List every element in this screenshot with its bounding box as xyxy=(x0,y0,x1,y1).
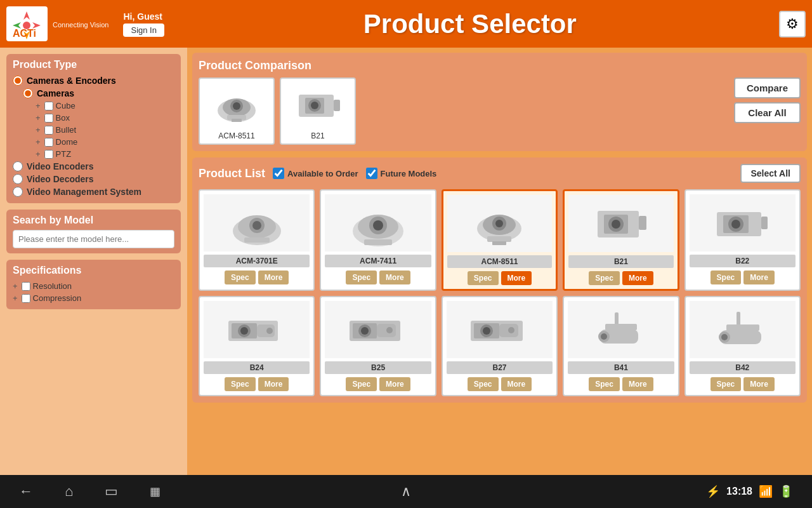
select-all-button[interactable]: Select All xyxy=(740,164,801,183)
comparison-card-b21-name: B21 xyxy=(284,131,351,140)
b27-buttons: Spec More xyxy=(447,377,553,391)
product-card-b25: B25 Spec More xyxy=(320,296,436,396)
svg-point-20 xyxy=(252,221,261,230)
b21-more-button[interactable]: More xyxy=(622,271,653,285)
up-chevron-icon[interactable]: ∧ xyxy=(401,483,411,499)
available-to-order-filter[interactable]: Available to Order xyxy=(273,168,358,179)
expand-bullet-icon: + xyxy=(36,125,41,135)
comparison-title: Product Comparison xyxy=(199,59,801,72)
wifi-icon: 📶 xyxy=(759,485,773,498)
svg-rect-16 xyxy=(334,100,340,111)
video-decoders-radio[interactable] xyxy=(13,174,23,184)
sidebar-item-cameras[interactable]: Cameras xyxy=(23,87,174,100)
compare-button[interactable]: Compare xyxy=(734,77,801,98)
b21-spec-button[interactable]: Spec xyxy=(589,271,620,285)
sidebar-item-video-decoders[interactable]: Video Decoders xyxy=(13,173,174,185)
box-checkbox[interactable] xyxy=(44,114,53,123)
b22-buttons: Spec More xyxy=(690,271,796,284)
recents-icon[interactable]: ▭ xyxy=(105,483,118,500)
settings-button[interactable]: ⚙ xyxy=(779,11,806,37)
resolution-checkbox[interactable] xyxy=(22,282,30,291)
b25-name: B25 xyxy=(325,361,431,374)
product-card-b22: B22 Spec More xyxy=(684,189,801,291)
ptz-checkbox[interactable] xyxy=(44,150,53,159)
b22-img xyxy=(690,194,796,251)
b41-name: B41 xyxy=(568,361,674,374)
specifications-section: Specifications + Resolution + Compressio… xyxy=(6,260,181,309)
sidebar-item-cameras-encoders[interactable]: Cameras & Encoders xyxy=(13,74,174,87)
b42-spec-button[interactable]: Spec xyxy=(710,377,742,391)
resolution-label: Resolution xyxy=(33,281,72,291)
back-arrow-icon[interactable]: ← xyxy=(19,483,33,500)
greeting-text: Hi, Guest xyxy=(123,11,162,22)
future-models-checkbox[interactable] xyxy=(366,168,377,179)
search-title: Search by Model xyxy=(13,215,174,226)
acm7411-svg xyxy=(343,196,413,250)
cameras-encoders-radio[interactable] xyxy=(13,76,23,86)
b22-name: B22 xyxy=(690,255,796,267)
acm7411-more-button[interactable]: More xyxy=(379,271,410,284)
acm3701e-more-button[interactable]: More xyxy=(258,271,289,284)
box-label: Box xyxy=(56,113,70,123)
b22-spec-button[interactable]: Spec xyxy=(710,271,742,284)
b27-spec-button[interactable]: Spec xyxy=(468,377,499,391)
acm3701e-spec-button[interactable]: Spec xyxy=(225,271,256,284)
svg-point-25 xyxy=(373,220,383,231)
acm8511-spec-button[interactable]: Spec xyxy=(468,271,499,285)
cube-checkbox[interactable] xyxy=(44,102,53,110)
svg-point-9 xyxy=(233,102,240,110)
sidebar-item-video-encoders[interactable]: Video Encoders xyxy=(13,160,174,173)
guest-area: Hi, Guest Sign In xyxy=(123,11,164,37)
svg-text:ACTi: ACTi xyxy=(13,28,36,39)
home-icon[interactable]: ⌂ xyxy=(65,483,73,500)
b25-more-button[interactable]: More xyxy=(379,377,410,391)
clear-all-button[interactable]: Clear All xyxy=(734,102,801,123)
comparison-card-acm8511-name: ACM-8511 xyxy=(203,131,270,140)
sidebar-item-cube[interactable]: + Cube xyxy=(36,100,174,112)
sidebar-item-bullet[interactable]: + Bullet xyxy=(36,124,174,136)
compression-label: Compression xyxy=(33,293,82,303)
available-to-order-checkbox[interactable] xyxy=(273,168,284,179)
svg-rect-26 xyxy=(364,239,392,245)
b24-more-button[interactable]: More xyxy=(258,377,289,391)
sidebar-item-resolution[interactable]: + Resolution xyxy=(13,280,174,292)
b24-spec-button[interactable]: Spec xyxy=(225,377,256,391)
sidebar-item-vms[interactable]: Video Management System xyxy=(13,185,174,198)
svg-point-30 xyxy=(495,220,503,227)
product-card-b27: B27 Spec More xyxy=(442,296,558,396)
sidebar-item-box[interactable]: + Box xyxy=(36,112,174,124)
b41-spec-button[interactable]: Spec xyxy=(589,377,620,391)
sidebar-item-compression[interactable]: + Compression xyxy=(13,292,174,304)
b22-more-button[interactable]: More xyxy=(743,271,775,284)
b25-spec-button[interactable]: Spec xyxy=(346,377,377,391)
b27-more-button[interactable]: More xyxy=(501,377,532,391)
acm8511-more-button[interactable]: More xyxy=(501,271,532,285)
search-input[interactable] xyxy=(13,230,174,248)
b24-name: B24 xyxy=(204,361,310,374)
future-models-filter[interactable]: Future Models xyxy=(366,168,437,179)
video-encoders-radio[interactable] xyxy=(13,161,23,171)
bullet-label: Bullet xyxy=(56,125,77,135)
svg-point-52 xyxy=(361,327,369,335)
svg-rect-21 xyxy=(244,237,270,243)
compression-checkbox[interactable] xyxy=(22,294,30,303)
b24-img xyxy=(204,301,310,358)
acm7411-spec-button[interactable]: Spec xyxy=(346,271,377,284)
video-encoders-label: Video Encoders xyxy=(27,161,94,171)
sign-in-button[interactable]: Sign In xyxy=(123,23,164,37)
sidebar-item-dome[interactable]: + Dome xyxy=(36,136,174,148)
vms-radio[interactable] xyxy=(13,187,23,197)
expand-compression-icon: + xyxy=(13,293,18,303)
nav-right-status: ⚡ 13:18 📶 🔋 xyxy=(706,485,793,498)
dome-checkbox[interactable] xyxy=(44,138,53,147)
svg-rect-32 xyxy=(492,241,506,245)
sidebar-item-ptz[interactable]: + PTZ xyxy=(36,148,174,160)
b42-svg xyxy=(707,303,777,357)
b42-more-button[interactable]: More xyxy=(743,377,775,391)
cameras-radio[interactable] xyxy=(23,88,33,98)
svg-point-54 xyxy=(386,327,393,333)
screenshot-icon[interactable]: ▦ xyxy=(150,485,160,498)
bullet-checkbox[interactable] xyxy=(44,126,53,135)
b41-more-button[interactable]: More xyxy=(622,377,653,391)
svg-rect-53 xyxy=(377,324,396,337)
